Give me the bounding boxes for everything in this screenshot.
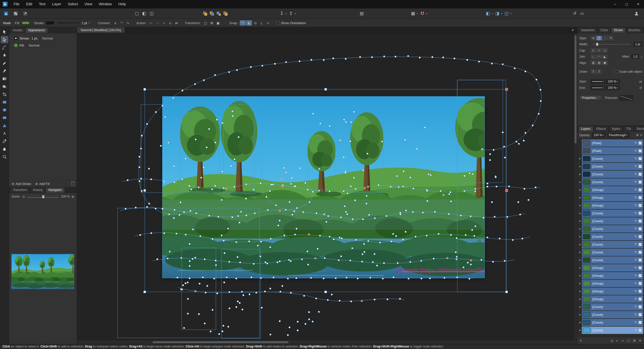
width-value[interactable]: 1 pt [633,42,642,47]
layer-visibility-checkbox[interactable]: ✓ [638,282,642,285]
expand-chevron-icon[interactable]: ▶ [578,314,582,316]
stroke-front-icon[interactable]: ↥ [596,69,602,74]
expand-chevron-icon[interactable]: ▶ [578,236,582,238]
break-curve-icon[interactable]: ⊢ [148,20,154,25]
outline-view-icon[interactable]: ◫ [503,11,509,17]
insert-in-front-icon[interactable] [209,11,215,16]
start-scale-value[interactable]: 100 %▾ [606,79,620,84]
panel-options-icon[interactable]: ≡ [580,339,582,342]
layer-row[interactable]: ▶(Group)✎✓ [577,272,644,280]
arrange-front-icon[interactable]: ↥ [288,11,294,17]
tab-layers[interactable]: Layers [578,126,593,132]
pencil-tool[interactable] [1,59,8,67]
expand-chevron-icon[interactable]: ▶ [578,267,582,269]
arrange-back-icon-dropdown[interactable]: ▾ [285,12,287,15]
layer-visibility-checkbox[interactable]: ✓ [638,274,642,277]
transform-point-icon[interactable]: ⊞ [209,20,215,25]
convert-smart-icon[interactable]: ∿ [125,20,131,25]
snapping-icon-dropdown[interactable]: ▾ [426,12,427,15]
align-inside-icon[interactable]: ▤ [596,61,602,65]
artwork-canvas[interactable]: Steemit (https://steemit.com/@design39) [162,96,485,278]
layer-row[interactable]: ▶(Curve)✎✓ [577,155,644,163]
horizontal-scrollbar-thumb[interactable] [153,341,288,343]
view-mode-icon[interactable]: ◧ [485,11,491,17]
snap-construct-icon[interactable]: ∿ [265,20,271,25]
layer-visibility-checkbox[interactable]: ✓ [638,266,642,269]
vertical-scrollbar-thumb[interactable] [575,35,577,143]
layer-visibility-checkbox[interactable]: ✓ [638,157,642,160]
tab-tst[interactable]: TSt [623,126,634,132]
menu-select[interactable]: Select [64,0,81,8]
layer-visibility-checkbox[interactable]: ✓ [638,243,642,246]
snapping-icon[interactable] [419,11,425,17]
transform-mode-icon[interactable]: ▢ [203,20,208,25]
scale-with-object-checkbox[interactable] [615,70,618,73]
layer-row[interactable]: ▶(Curve)✎✓ [577,241,644,248]
zoom-tool[interactable] [1,153,8,160]
stroke-brush-icon[interactable]: ✎ [608,36,613,40]
delete-layer-icon[interactable]: ✕ [639,339,641,342]
layer-visibility-checkbox[interactable]: ✓ [638,290,642,293]
menu-view[interactable]: View [81,0,96,8]
expand-chevron-icon[interactable]: ▶ [578,158,582,160]
tab-brushes[interactable]: Brushes [626,27,643,33]
expand-chevron-icon[interactable]: ▶ [578,243,582,246]
layer-visibility-checkbox[interactable]: ✓ [638,258,642,262]
width-slider[interactable] [593,44,631,45]
layer-visibility-checkbox[interactable]: ✓ [638,188,642,191]
expand-chevron-icon[interactable]: ▶ [578,251,582,253]
align-center-icon[interactable]: ▥ [591,61,596,65]
close-document-icon[interactable]: ✕ [572,28,577,32]
zoom-out-icon[interactable]: ⊖ [22,195,25,199]
start-style-dropdown[interactable]: ▾ [591,79,605,84]
layer-row[interactable]: ▶(Curve)✎✓ [577,248,644,256]
tab-color[interactable]: Color [598,27,611,33]
tab-styles[interactable]: Styles [609,126,623,132]
view-tool[interactable] [1,145,8,152]
layer-visibility-checkbox[interactable]: ✓ [638,165,642,168]
add-stroke-button[interactable]: ⊕ Add Stroke [12,182,31,186]
arrange-front-icon-dropdown[interactable]: ▾ [295,12,296,15]
rectangle-tool[interactable] [1,98,8,106]
layer-row[interactable]: ▶(Curve)✎✓ [577,225,644,233]
transparency-tool[interactable] [1,83,8,90]
fill-swatch[interactable] [22,21,29,24]
menu-layer[interactable]: Layer [49,0,64,8]
stroke-none-icon[interactable]: ⊘ [591,36,596,40]
layer-visibility-checkbox[interactable]: ✓ [638,212,642,215]
snap-curves-icon[interactable]: ◠ [240,20,246,25]
layer-visibility-checkbox[interactable]: ✓ [638,180,642,184]
triangle-tool[interactable] [1,122,8,129]
layer-row[interactable]: ▶(Curve)✎✓ [577,170,644,178]
menu-text[interactable]: Text [35,0,49,8]
expand-chevron-icon[interactable]: ▶ [578,306,582,308]
pressure-profile[interactable] [620,95,633,101]
layer-row[interactable]: ▶(Curve)✎✓ [577,311,644,319]
expand-chevron-icon[interactable]: ▶ [578,275,582,277]
vector-brush-tool[interactable] [1,67,8,74]
appearance-item[interactable]: •Stroke:1 pt,Normal [9,35,77,42]
blend-mode-dropdown[interactable]: Passthrough▾ [607,133,629,137]
layer-row[interactable]: ▶(Group)✎✓ [577,295,644,303]
layer-row[interactable]: ▶(Group)✎✓ [577,194,644,202]
color-picker-tool[interactable] [1,137,8,145]
stroke-behind-icon[interactable]: ↧ [591,69,596,74]
layer-row[interactable]: (Pixel)✎✓ [577,139,644,147]
expand-chevron-icon[interactable]: ▶ [578,329,582,331]
layer-row[interactable]: ▶(Group)✎✓ [577,186,644,194]
tab-appearance[interactable]: Appearance [25,27,48,33]
menu-edit[interactable]: Edit [23,0,35,8]
document-tab[interactable]: Steemit2 [Modified] (100.0%) [77,27,125,33]
insert-behind-icon[interactable] [202,11,208,16]
transform-separate-icon[interactable]: ▣ [215,20,221,25]
tab-effects[interactable]: Effects [594,126,609,132]
grid-icon-dropdown[interactable]: ▾ [417,12,418,15]
fill-tool[interactable] [1,75,8,82]
tab-assets[interactable]: Assets [10,27,25,33]
cap-butt-icon[interactable]: ⊏ [591,48,596,53]
layer-row[interactable]: ▶(Curve)✎✓ [577,163,644,170]
layer-visibility-checkbox[interactable]: ✓ [638,227,642,230]
layer-visibility-checkbox[interactable]: ✓ [638,196,642,199]
account-icon[interactable] [633,11,639,17]
zoom-slider[interactable] [27,195,59,198]
